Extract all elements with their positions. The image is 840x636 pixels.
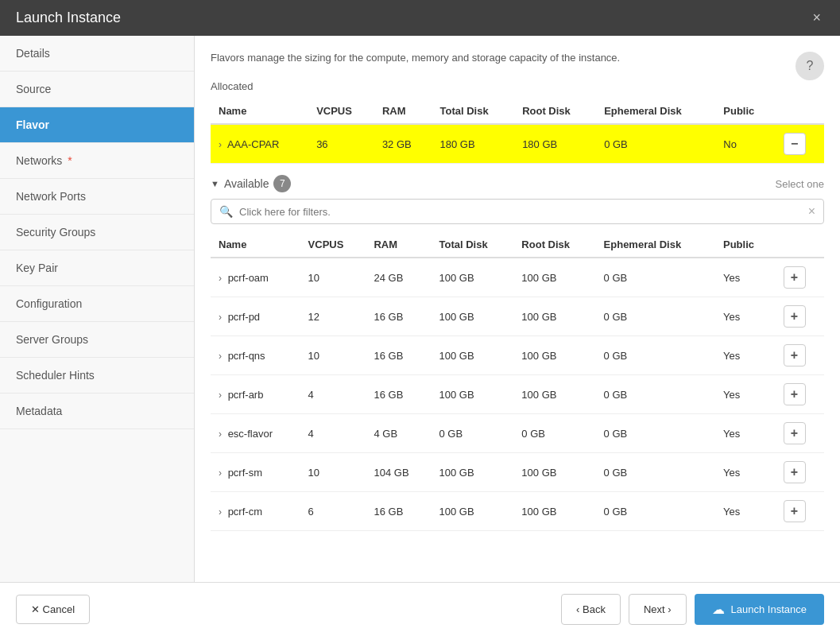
available-table-row: › pcrf-qns 10 16 GB 100 GB 100 GB 0 GB Y… — [211, 336, 824, 375]
sidebar-item-networks[interactable]: Networks * — [0, 143, 194, 179]
add-flavor-button[interactable]: + — [784, 500, 806, 522]
available-table-row: › pcrf-arb 4 16 GB 100 GB 100 GB 0 GB Ye… — [211, 375, 824, 414]
add-flavor-button[interactable]: + — [784, 383, 806, 405]
allocated-table-row: › AAA-CPAR 36 32 GB 180 GB 180 GB 0 GB N… — [211, 124, 824, 164]
expand-row-button[interactable]: › — [219, 390, 222, 401]
modal-title: Launch Instance — [16, 10, 121, 26]
sidebar-item-details[interactable]: Details — [0, 36, 194, 72]
avail-action-cell: + — [776, 453, 825, 492]
available-table-row: › pcrf-cm 6 16 GB 100 GB 100 GB 0 GB Yes… — [211, 492, 824, 531]
launch-instance-modal: Launch Instance × DetailsSourceFlavorNet… — [0, 0, 840, 636]
avail-public-cell: Yes — [715, 375, 776, 414]
avail-total-disk-cell: 0 GB — [432, 414, 514, 453]
col-name-avail: Name — [211, 232, 300, 258]
sidebar-item-flavor[interactable]: Flavor — [0, 107, 194, 143]
expand-row-button[interactable]: › — [219, 351, 222, 362]
sidebar-item-key-pair[interactable]: Key Pair — [0, 250, 194, 286]
col-total-disk-alloc: Total Disk — [432, 99, 514, 124]
available-count-badge: 7 — [273, 175, 291, 192]
sidebar-item-source[interactable]: Source — [0, 72, 194, 107]
close-button[interactable]: × — [809, 10, 824, 26]
avail-action-cell: + — [776, 336, 825, 375]
avail-name-cell: › pcrf-cm — [211, 492, 300, 531]
avail-ephemeral-disk-cell: 0 GB — [596, 297, 715, 336]
cloud-upload-icon: ☁ — [712, 602, 725, 617]
footer-right: ‹ Back Next › ☁ Launch Instance — [561, 594, 824, 625]
add-flavor-button[interactable]: + — [784, 422, 806, 444]
expand-row-button[interactable]: › — [219, 467, 222, 479]
avail-vcpus-cell: 10 — [300, 453, 366, 492]
available-header-row: ▼ Available 7 Select one — [211, 175, 824, 192]
avail-name-cell: › esc-flavor — [211, 414, 300, 453]
col-public-alloc: Public — [715, 99, 775, 124]
col-ephemeral-disk-avail: Ephemeral Disk — [596, 232, 715, 258]
avail-total-disk-cell: 100 GB — [432, 375, 514, 414]
help-button[interactable]: ? — [795, 52, 824, 80]
filter-bar[interactable]: 🔍 × — [211, 199, 824, 224]
col-public-avail: Public — [715, 232, 776, 258]
avail-ephemeral-disk-cell: 0 GB — [596, 336, 715, 375]
sidebar-item-metadata[interactable]: Metadata — [0, 394, 194, 429]
col-action-alloc — [776, 99, 824, 124]
col-ram-avail: RAM — [366, 232, 431, 258]
available-table: Name VCPUS RAM Total Disk Root Disk Ephe… — [211, 232, 824, 531]
avail-total-disk-cell: 100 GB — [432, 453, 514, 492]
sidebar-item-scheduler-hints[interactable]: Scheduler Hints — [0, 358, 194, 394]
chevron-down-icon: ▼ — [211, 179, 219, 188]
avail-public-cell: Yes — [715, 297, 776, 336]
avail-ephemeral-disk-cell: 0 GB — [596, 414, 715, 453]
add-flavor-button[interactable]: + — [784, 344, 806, 366]
avail-vcpus-cell: 4 — [300, 414, 366, 453]
add-flavor-button[interactable]: + — [784, 461, 806, 483]
alloc-root-disk-cell: 180 GB — [514, 124, 596, 164]
required-star-networks: * — [64, 154, 72, 167]
add-flavor-button[interactable]: + — [784, 305, 806, 328]
expand-row-button[interactable]: › — [219, 506, 222, 518]
launch-instance-button[interactable]: ☁ Launch Instance — [695, 594, 824, 625]
avail-ephemeral-disk-cell: 0 GB — [596, 258, 715, 297]
avail-name-value: esc-flavor — [228, 428, 273, 440]
avail-name-cell: › pcrf-pd — [211, 297, 300, 336]
avail-name-cell: › pcrf-arb — [211, 375, 300, 414]
avail-ephemeral-disk-cell: 0 GB — [596, 453, 715, 492]
alloc-name-cell: › AAA-CPAR — [211, 124, 308, 164]
avail-root-disk-cell: 100 GB — [513, 492, 595, 531]
expand-row-button[interactable]: › — [219, 139, 222, 150]
expand-row-button[interactable]: › — [219, 312, 222, 323]
avail-vcpus-cell: 12 — [300, 297, 366, 336]
avail-public-cell: Yes — [715, 336, 776, 375]
avail-ram-cell: 16 GB — [366, 336, 431, 375]
available-section-label[interactable]: ▼ Available 7 — [211, 175, 291, 192]
remove-flavor-button[interactable]: − — [784, 133, 806, 155]
sidebar-item-security-groups[interactable]: Security Groups — [0, 215, 194, 250]
clear-filter-icon[interactable]: × — [808, 204, 815, 219]
avail-action-cell: + — [776, 492, 825, 531]
cancel-button[interactable]: ✕ Cancel — [16, 595, 90, 624]
col-ephemeral-disk-alloc: Ephemeral Disk — [596, 99, 715, 124]
avail-vcpus-cell: 10 — [300, 336, 366, 375]
next-button[interactable]: Next › — [629, 594, 687, 625]
alloc-total-disk-cell: 180 GB — [432, 124, 514, 164]
sidebar-item-configuration[interactable]: Configuration — [0, 286, 194, 322]
col-action-avail — [776, 232, 825, 258]
available-table-row: › esc-flavor 4 4 GB 0 GB 0 GB 0 GB Yes + — [211, 414, 824, 453]
col-vcpus-alloc: VCPUS — [308, 99, 374, 124]
modal-body: DetailsSourceFlavorNetworks *Network Por… — [0, 36, 840, 582]
sidebar-item-server-groups[interactable]: Server Groups — [0, 322, 194, 358]
avail-root-disk-cell: 100 GB — [513, 258, 595, 297]
avail-ephemeral-disk-cell: 0 GB — [596, 492, 715, 531]
sidebar-item-network-ports[interactable]: Network Ports — [0, 179, 194, 215]
available-label-text: Available — [224, 177, 269, 190]
content-area: Flavors manage the sizing for the comput… — [195, 36, 840, 582]
col-vcpus-avail: VCPUS — [300, 232, 366, 258]
avail-ram-cell: 4 GB — [366, 414, 431, 453]
back-button[interactable]: ‹ Back — [561, 594, 621, 625]
avail-vcpus-cell: 4 — [300, 375, 366, 414]
expand-row-button[interactable]: › — [219, 429, 222, 440]
avail-name-value: pcrf-arb — [228, 389, 264, 401]
avail-root-disk-cell: 100 GB — [513, 297, 595, 336]
filter-input[interactable] — [239, 206, 808, 218]
expand-row-button[interactable]: › — [219, 273, 222, 284]
avail-ram-cell: 104 GB — [366, 453, 431, 492]
add-flavor-button[interactable]: + — [784, 266, 806, 289]
